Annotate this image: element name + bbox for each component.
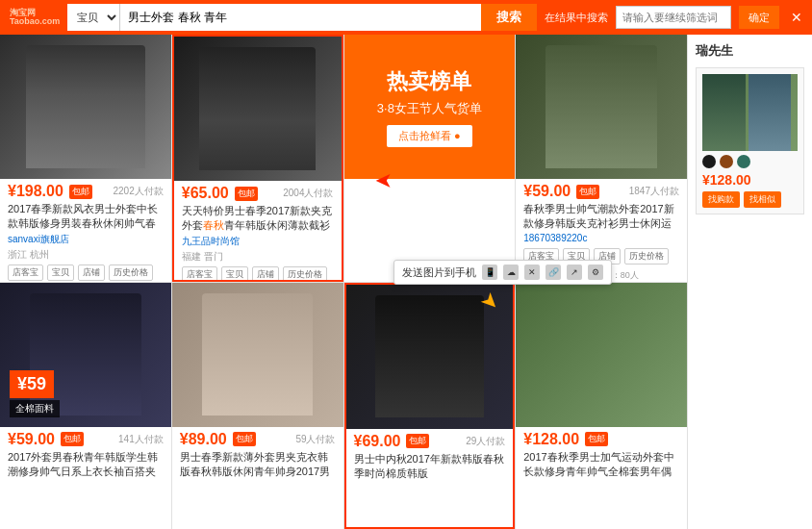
floating-toolbar: 发送图片到手机 📱 ☁ ✕ 🔗 ↗ ⚙ [393,260,612,285]
product-card-1[interactable]: ¥198.00 包邮 2202人付款 2017春季新款风衣男士外套中长款韩版修身… [0,35,171,282]
product-image-1 [0,35,171,179]
store-btn-1[interactable]: 店铺 [78,264,105,281]
filter-label: 在结果中搜索 [545,11,608,25]
price-row-6: ¥89.00 包邮 59人付款 [172,427,343,448]
sold-count-7: 29人付款 [466,435,505,448]
color-dots [702,155,798,168]
history-btn-4[interactable]: 历史价格 [624,248,669,264]
item-btn-1[interactable]: 宝贝 [47,264,74,281]
logo: 淘宝网 Taobao.com [10,9,60,26]
color-dot-green[interactable] [737,155,750,168]
cotton-badge: 全棉面料 [10,400,60,417]
product-title-7: 男士中内秋2017年新款韩版春秋季时尚棉质韩版 [346,450,514,481]
close-icon[interactable]: ✕ [791,10,802,25]
product-title-4: 春秋季男士帅气潮款外套2017新款修身韩版夹克衬衫男士休闲运动男装 [516,200,687,231]
product-image-4 [516,35,687,179]
product-image-8 [516,283,687,427]
product-card-4[interactable]: ¥59.00 包邮 1847人付款 春秋季男士帅气潮款外套2017新款修身韩版夹… [516,35,687,282]
shop-link-2[interactable]: 九王品时尚馆 [174,233,342,250]
location-2: 福建 晋门 [174,250,342,264]
price-row-8: ¥128.00 包邮 [516,427,687,448]
product-image-6 [172,283,343,427]
price-7: ¥69.00 [354,433,401,450]
item-btn-2[interactable]: 宝贝 [221,266,248,282]
price-4: ¥59.00 [523,183,571,200]
hot-sale-image: 热卖榜单 3·8女王节人气货单 点击抢鲜看 ● [344,35,516,179]
filter-input[interactable] [616,6,731,29]
find-buy-button[interactable]: 找购款 [702,191,740,208]
price-tag-4: 包邮 [576,185,599,199]
price-tag-8: 包邮 [585,432,608,446]
product-image-2 [174,37,342,181]
search-button[interactable]: 搜索 [481,4,537,31]
side-panel: 瑞先生 ¥128.00 找购款 找相似 [687,35,812,529]
color-dot-black[interactable] [702,155,716,168]
product-card-6[interactable]: ¥89.00 包邮 59人付款 男士春季新款薄外套男夹克衣韩版春秋韩版休闲青年帅… [172,283,343,530]
action-bar-2: 店客宝 宝贝 店铺 历史价格 [174,264,342,282]
price-1: ¥198.00 [8,183,63,200]
product-card-7[interactable]: ¥69.00 包邮 29人付款 男士中内秋2017年新款韩版春秋季时尚棉质韩版 [344,283,516,530]
price-tag-5: 包邮 [61,432,84,446]
price-row-4: ¥59.00 包邮 1847人付款 [516,179,687,200]
product-title-2: 天天特价男士春季2017新款夹克外套春秋青年韩版休闲薄款截衫外穿 [174,202,342,233]
shop-inquiry-2[interactable]: 店客宝 [182,266,217,282]
price-row-5: ¥59.00 包邮 141人付款 [0,427,171,448]
price-row-1: ¥198.00 包邮 2202人付款 [0,179,171,200]
color-dot-brown[interactable] [720,155,733,168]
settings-icon[interactable]: ⚙ [588,264,603,280]
search-category-select[interactable]: 宝贝 [67,4,120,31]
product-image-5: 全棉面料 ¥59 [0,283,171,427]
price-tag-6: 包邮 [233,432,256,446]
price-tag-1: 包邮 [69,185,92,199]
phone-icon[interactable]: 📱 [482,264,497,280]
price-8: ¥128.00 [523,431,579,448]
find-similar-button[interactable]: 找相似 [744,191,781,208]
price-row-2: ¥65.00 包邮 2004人付款 [174,181,342,202]
product-card-2[interactable]: ¥65.00 包邮 2004人付款 天天特价男士春季2017新款夹克外套春秋青年… [172,35,343,282]
search-bar: 宝贝 搜索 [67,4,537,31]
logo-sub: Taobao.com [10,17,60,26]
header: 淘宝网 Taobao.com 宝贝 搜索 在结果中搜索 确定 ✕ [0,0,812,35]
link-icon[interactable]: 🔗 [546,264,561,280]
close-toolbar-icon[interactable]: ✕ [524,264,540,280]
price-tag-2: 包邮 [235,187,258,201]
sold-count-5: 141人付款 [118,433,164,446]
store-btn-2[interactable]: 店铺 [252,266,279,282]
action-bar-1: 店客宝 宝贝 店铺 历史价格 [0,262,171,282]
arrow-indicator-1: ➤ [375,168,393,193]
sold-count-1: 2202人付款 [114,185,164,198]
price-row-7: ¥69.00 包邮 29人付款 [346,429,514,450]
hot-sale-subtitle: 3·8女王节人气货单 [377,100,482,117]
confirm-button[interactable]: 确定 [739,6,779,29]
search-input[interactable] [120,4,481,31]
sold-count-4: 1847人付款 [629,185,679,198]
hot-sale-banner[interactable]: 热卖榜单 3·8女王节人气货单 点击抢鲜看 ● [344,35,516,282]
cloud-icon[interactable]: ☁ [503,264,519,280]
hot-sale-title: 热卖榜单 [387,67,471,96]
price-tag-7: 包邮 [406,434,429,448]
rui-card: ¥128.00 找购款 找相似 [696,67,804,214]
product-card-8[interactable]: ¥128.00 包邮 2017春秋季男士加气运动外套中长款修身青年帅气全棉套男年… [516,283,687,530]
product-title-5: 2017外套男春秋青年韩版学生韩潮修身帅气日系上衣长袖百搭夹克 [0,448,171,479]
price-6: ¥89.00 [180,431,227,448]
sold-count-2: 2004人付款 [283,187,333,200]
shop-inquiry-1[interactable]: 店客宝 [8,264,43,281]
location-1: 浙江 杭州 [0,248,171,262]
rui-buttons: 找购款 找相似 [702,191,798,208]
share-icon[interactable]: ↗ [567,264,582,280]
cotton-price-badge: ¥59 [10,370,54,398]
sold-count-6: 59人付款 [295,433,335,446]
price-5: ¥59.00 [8,431,55,448]
product-title-6: 男士春季新款薄外套男夹克衣韩版春秋韩版休闲青年帅身2017男装外衣 [172,448,343,479]
hot-sale-button[interactable]: 点击抢鲜看 ● [387,125,472,147]
shop-link-4[interactable]: 18670389220c [516,231,687,245]
shop-link-1[interactable]: sanvaxi旗舰店 [0,231,171,248]
history-btn-1[interactable]: 历史价格 [109,264,153,281]
history-btn-2[interactable]: 历史价格 [283,266,327,282]
product-title-1: 2017春季新款风衣男士外套中长款韩版修身男装春秋休闲帅气春秋装 [0,200,171,231]
side-panel-title: 瑞先生 [696,42,804,60]
product-title-8: 2017春秋季男士加气运动外套中长款修身青年帅气全棉套男年偶侣外套 [516,448,687,479]
product-card-5[interactable]: 全棉面料 ¥59 ¥59.00 包邮 141人付款 2017外套男春秋青年韩版学… [0,283,171,530]
toolbar-label: 发送图片到手机 [402,265,476,280]
rui-price: ¥128.00 [702,172,798,188]
